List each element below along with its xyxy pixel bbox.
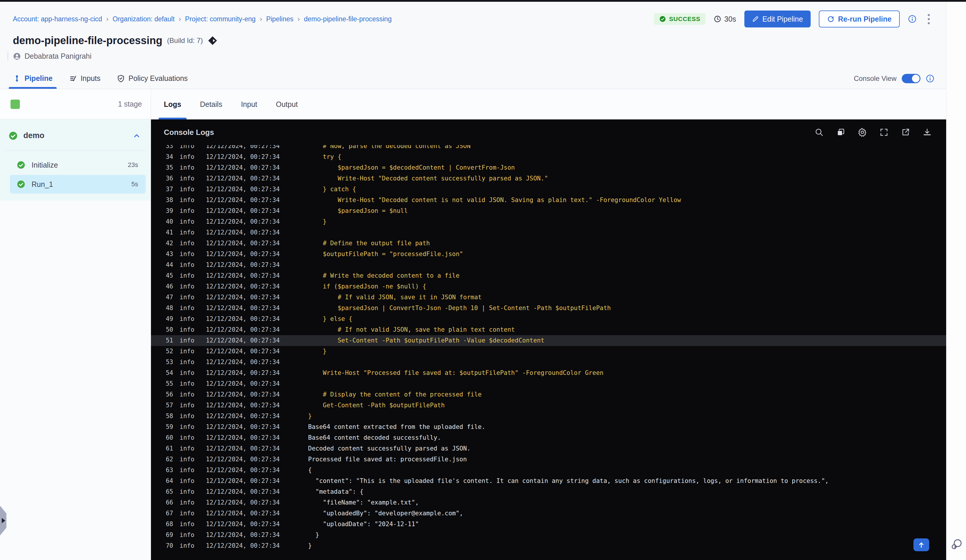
log-line[interactable]: 35info12/12/2024, 00:27:34 $parsedJson =… <box>151 163 946 173</box>
tab-input[interactable]: Input <box>241 89 257 120</box>
tab-inputs-label: Inputs <box>80 74 100 83</box>
log-line[interactable]: 40info12/12/2024, 00:27:34 } <box>151 216 946 227</box>
log-line[interactable]: 53info12/12/2024, 00:27:34 <box>151 357 946 368</box>
log-line-number: 44 <box>160 259 173 270</box>
log-line[interactable]: 70info12/12/2024, 00:27:34} <box>151 540 946 551</box>
log-line[interactable]: 68info12/12/2024, 00:27:34 "uploadDate":… <box>151 519 946 530</box>
log-line[interactable]: 58info12/12/2024, 00:27:34} <box>151 411 946 422</box>
breadcrumb-separator: › <box>106 15 108 23</box>
log-line[interactable]: 59info12/12/2024, 00:27:34Base64 content… <box>151 422 946 432</box>
log-level: info <box>180 432 197 443</box>
tab-policy-evaluations[interactable]: Policy Evaluations <box>117 68 188 89</box>
log-timestamp: 12/12/2024, 00:27:34 <box>206 368 283 378</box>
log-timestamp: 12/12/2024, 00:27:34 <box>206 281 283 292</box>
log-level: info <box>180 292 197 303</box>
log-viewport[interactable]: 33info12/12/2024, 00:27:34 # Now, parse … <box>151 145 946 560</box>
log-line[interactable]: 67info12/12/2024, 00:27:34 "uploadedBy":… <box>151 508 946 519</box>
log-level: info <box>180 378 197 389</box>
log-line[interactable]: 47info12/12/2024, 00:27:34 # If valid JS… <box>151 292 946 303</box>
log-line[interactable]: 60info12/12/2024, 00:27:34Base64 content… <box>151 432 946 443</box>
stage-row-demo[interactable]: demo <box>0 120 151 151</box>
log-line[interactable]: 57info12/12/2024, 00:27:34 Get-Content -… <box>151 400 946 411</box>
fullscreen-icon[interactable] <box>879 127 889 137</box>
step-row-initialize[interactable]: Initialize 23s <box>10 156 146 174</box>
external-link-icon[interactable] <box>900 127 910 137</box>
log-timestamp: 12/12/2024, 00:27:34 <box>206 173 283 184</box>
breadcrumb-link[interactable]: Project: community-eng <box>185 15 256 23</box>
log-line-number: 69 <box>160 530 173 540</box>
log-timestamp: 12/12/2024, 00:27:34 <box>206 465 283 476</box>
log-timestamp: 12/12/2024, 00:27:34 <box>206 270 283 281</box>
tab-details[interactable]: Details <box>200 89 222 120</box>
log-level: info <box>180 368 197 378</box>
log-line[interactable]: 38info12/12/2024, 00:27:34 Write-Host "D… <box>151 195 946 205</box>
stage-name: demo <box>23 131 44 140</box>
log-line[interactable]: 50info12/12/2024, 00:27:34 # If not vali… <box>151 324 946 335</box>
log-line[interactable]: 34info12/12/2024, 00:27:34 try { <box>151 151 946 163</box>
log-level: info <box>180 335 197 346</box>
info-icon[interactable] <box>908 15 917 23</box>
log-line[interactable]: 49info12/12/2024, 00:27:34 } else { <box>151 314 946 324</box>
log-line[interactable]: 43info12/12/2024, 00:27:34 $outputFilePa… <box>151 249 946 259</box>
tab-output[interactable]: Output <box>276 89 298 120</box>
tab-logs[interactable]: Logs <box>164 89 181 120</box>
log-timestamp: 12/12/2024, 00:27:34 <box>206 216 283 227</box>
log-line[interactable]: 69info12/12/2024, 00:27:34 } <box>151 530 946 540</box>
log-line-number: 34 <box>160 151 173 163</box>
chevron-up-icon[interactable] <box>133 132 141 140</box>
breadcrumb-link[interactable]: Organization: default <box>113 15 175 23</box>
log-line[interactable]: 64info12/12/2024, 00:27:34 "content": "T… <box>151 476 946 486</box>
main-tab-bar: Pipeline Inputs Policy Evaluations Conso… <box>0 68 946 89</box>
log-line[interactable]: 33info12/12/2024, 00:27:34 # Now, parse … <box>151 145 946 151</box>
log-line[interactable]: 56info12/12/2024, 00:27:34 # Display the… <box>151 389 946 400</box>
log-line[interactable]: 61info12/12/2024, 00:27:34Decoded conten… <box>151 443 946 454</box>
log-line[interactable]: 42info12/12/2024, 00:27:34 # Define the … <box>151 238 946 249</box>
log-timestamp: 12/12/2024, 00:27:34 <box>206 249 283 259</box>
log-line[interactable]: 63info12/12/2024, 00:27:34{ <box>151 465 946 476</box>
stage-status-square[interactable] <box>10 100 20 109</box>
log-line[interactable]: 55info12/12/2024, 00:27:34 <box>151 378 946 389</box>
support-chat-icon[interactable] <box>950 537 963 551</box>
search-icon[interactable] <box>814 127 824 137</box>
log-level: info <box>180 508 197 519</box>
log-timestamp: 12/12/2024, 00:27:34 <box>206 303 283 314</box>
breadcrumb-separator: › <box>297 15 300 23</box>
log-line-number: 60 <box>160 432 173 443</box>
log-line[interactable]: 54info12/12/2024, 00:27:34 Write-Host "P… <box>151 368 946 378</box>
step-row-run-1[interactable]: Run_1 5s <box>10 175 146 194</box>
more-options-menu[interactable] <box>925 12 933 26</box>
edit-pipeline-button[interactable]: Edit Pipeline <box>744 10 811 28</box>
tab-inputs[interactable]: Inputs <box>69 68 100 89</box>
log-level: info <box>180 454 197 465</box>
console-view-toggle[interactable] <box>902 74 920 83</box>
log-timestamp: 12/12/2024, 00:27:34 <box>206 227 283 238</box>
log-line[interactable]: 65info12/12/2024, 00:27:34 "metadata": { <box>151 486 946 497</box>
log-line[interactable]: 52info12/12/2024, 00:27:34 } <box>151 346 946 357</box>
scroll-to-top-button[interactable] <box>913 539 929 551</box>
tab-pipeline[interactable]: Pipeline <box>13 68 53 89</box>
log-line[interactable]: 62info12/12/2024, 00:27:34Processed file… <box>151 454 946 465</box>
gear-icon[interactable] <box>858 127 867 137</box>
breadcrumb-link[interactable]: demo-pipeline-file-processing <box>304 15 392 23</box>
download-icon[interactable] <box>922 127 932 137</box>
log-line[interactable]: 39info12/12/2024, 00:27:34 $parsedJson =… <box>151 205 946 216</box>
breadcrumb-link[interactable]: Pipelines <box>266 15 293 23</box>
log-line-number: 48 <box>160 303 173 314</box>
log-line[interactable]: 46info12/12/2024, 00:27:34 if ($parsedJs… <box>151 281 946 292</box>
copy-icon[interactable] <box>836 127 846 137</box>
console-view-info-icon[interactable] <box>926 74 935 83</box>
console: Console Logs <box>151 120 946 560</box>
log-line[interactable]: 45info12/12/2024, 00:27:34 # Write the d… <box>151 270 946 281</box>
log-line[interactable]: 37info12/12/2024, 00:27:34 } catch { <box>151 184 946 195</box>
log-line[interactable]: 41info12/12/2024, 00:27:34 <box>151 227 946 238</box>
log-line[interactable]: 48info12/12/2024, 00:27:34 $parsedJson |… <box>151 303 946 314</box>
log-tab-bar: Logs Details Input Output <box>151 89 946 120</box>
log-line[interactable]: 66info12/12/2024, 00:27:34 "fileName": "… <box>151 497 946 508</box>
log-line-number: 33 <box>160 145 173 151</box>
log-line[interactable]: 36info12/12/2024, 00:27:34 Write-Host "D… <box>151 173 946 184</box>
log-line-number: 35 <box>160 163 173 173</box>
log-line[interactable]: 44info12/12/2024, 00:27:34 <box>151 259 946 270</box>
rerun-pipeline-button[interactable]: Re-run Pipeline <box>819 10 900 28</box>
log-line[interactable]: 51info12/12/2024, 00:27:34 Set-Content -… <box>151 335 946 346</box>
breadcrumb-link[interactable]: Account: app-harness-ng-cicd <box>13 15 102 23</box>
